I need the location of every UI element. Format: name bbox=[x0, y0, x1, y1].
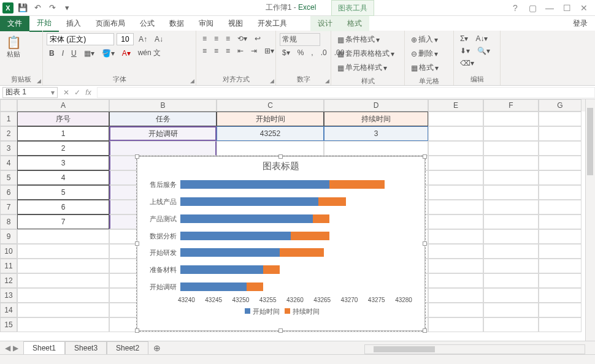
cell-E7[interactable] bbox=[428, 200, 483, 214]
cell-A6[interactable]: 5 bbox=[17, 185, 109, 200]
row-header-7[interactable]: 7 bbox=[0, 200, 17, 214]
underline-button[interactable]: U bbox=[69, 48, 79, 59]
bar-segment-series2[interactable] bbox=[313, 214, 329, 223]
row-header-12[interactable]: 12 bbox=[0, 273, 17, 288]
orientation-icon[interactable]: ⟲▾ bbox=[235, 33, 250, 44]
cell-E12[interactable] bbox=[428, 273, 483, 288]
font-size-combo[interactable] bbox=[117, 33, 134, 45]
cell-E3[interactable] bbox=[428, 141, 483, 156]
sheet-nav-prev[interactable]: ◀ bbox=[5, 344, 10, 352]
sign-in-link[interactable]: 登录 bbox=[573, 18, 595, 29]
bar-segment-series2[interactable] bbox=[247, 282, 263, 291]
row-header-8[interactable]: 8 bbox=[0, 214, 17, 229]
fill-color-button[interactable]: 🪣▾ bbox=[99, 48, 117, 59]
cell-E2[interactable] bbox=[428, 126, 483, 141]
row-header-5[interactable]: 5 bbox=[0, 170, 17, 185]
bar-segment-series2[interactable] bbox=[291, 232, 329, 240]
find-select-icon[interactable]: 🔍▾ bbox=[475, 45, 493, 56]
cell-E11[interactable] bbox=[428, 259, 483, 273]
tab-insert[interactable]: 插入 bbox=[59, 16, 88, 31]
chart-object[interactable]: 图表标题 售后服务 上线产品 产品测试 数据分析 开始研发 准备材料 开 bbox=[137, 156, 425, 331]
cell-B2[interactable]: 开始调研 bbox=[109, 126, 217, 141]
qat-customize[interactable]: ▾ bbox=[61, 2, 72, 13]
col-header-D[interactable]: D bbox=[324, 99, 428, 112]
cell-E4[interactable] bbox=[428, 156, 483, 170]
chart-legend[interactable]: 开始时间 持续时间 bbox=[137, 307, 424, 316]
resize-handle[interactable] bbox=[135, 328, 139, 333]
cell-A9[interactable] bbox=[17, 229, 109, 244]
bold-button[interactable]: B bbox=[47, 48, 57, 59]
close-button[interactable]: ✕ bbox=[578, 3, 590, 13]
cell-D1[interactable]: 持续时间 bbox=[324, 112, 428, 126]
format-cells-button[interactable]: ▦ 格式▾ bbox=[409, 61, 441, 74]
paste-button[interactable]: 📋粘贴 bbox=[4, 33, 23, 60]
sheet-tab-1[interactable]: Sheet1 bbox=[23, 341, 65, 354]
alignment-launcher[interactable]: ◢ bbox=[270, 78, 274, 84]
font-name-combo[interactable] bbox=[47, 33, 114, 45]
cell-G5[interactable] bbox=[539, 170, 582, 185]
row-header-15[interactable]: 15 bbox=[0, 317, 17, 332]
cell-F1[interactable] bbox=[483, 112, 539, 126]
cell-F2[interactable] bbox=[483, 126, 539, 141]
formula-input[interactable] bbox=[97, 87, 595, 98]
col-header-A[interactable]: A bbox=[17, 99, 109, 112]
tab-review[interactable]: 审阅 bbox=[191, 16, 221, 31]
cell-F4[interactable] bbox=[483, 156, 539, 170]
cell-A3[interactable]: 2 bbox=[17, 141, 109, 156]
clipboard-launcher[interactable]: ◢ bbox=[37, 78, 41, 84]
cell-B3[interactable] bbox=[109, 141, 217, 156]
row-header-2[interactable]: 2 bbox=[0, 126, 17, 141]
cell-A2[interactable]: 1 bbox=[17, 126, 109, 141]
sort-filter-icon[interactable]: A↓▾ bbox=[473, 33, 490, 44]
indent-dec-icon[interactable]: ⇤ bbox=[235, 45, 246, 56]
cell-G4[interactable] bbox=[539, 156, 582, 170]
cell-F5[interactable] bbox=[483, 170, 539, 185]
plot-area[interactable]: 售后服务 上线产品 产品测试 数据分析 开始研发 准备材料 开始调研 bbox=[180, 176, 409, 295]
indent-inc-icon[interactable]: ⇥ bbox=[248, 45, 259, 56]
cell-A13[interactable] bbox=[17, 288, 109, 303]
bar-segment-series1[interactable] bbox=[180, 214, 313, 223]
cell-F8[interactable] bbox=[483, 214, 539, 229]
cell-F3[interactable] bbox=[483, 141, 539, 156]
resize-handle[interactable] bbox=[423, 241, 427, 246]
cell-E15[interactable] bbox=[428, 317, 483, 332]
cell-A8[interactable]: 7 bbox=[17, 214, 109, 229]
tab-chart-design[interactable]: 设计 bbox=[310, 16, 340, 31]
cell-A15[interactable] bbox=[17, 317, 109, 332]
cell-E14[interactable] bbox=[428, 303, 483, 317]
bar-segment-series2[interactable] bbox=[329, 180, 385, 189]
sheet-nav-next[interactable]: ▶ bbox=[13, 344, 18, 352]
number-launcher[interactable]: ◢ bbox=[325, 78, 329, 84]
font-launcher[interactable]: ◢ bbox=[190, 78, 194, 84]
autosum-icon[interactable]: Σ▾ bbox=[458, 33, 470, 44]
bar-segment-series2[interactable] bbox=[318, 197, 346, 206]
row-header-4[interactable]: 4 bbox=[0, 156, 17, 170]
row-header-14[interactable]: 14 bbox=[0, 303, 17, 317]
col-header-E[interactable]: E bbox=[428, 99, 483, 112]
col-header-F[interactable]: F bbox=[483, 99, 539, 112]
bar-segment-series2[interactable] bbox=[280, 248, 324, 257]
bar-segment-series1[interactable] bbox=[180, 248, 280, 257]
align-left-icon[interactable]: ≡ bbox=[200, 45, 209, 56]
row-header-10[interactable]: 10 bbox=[0, 244, 17, 259]
cell-F10[interactable] bbox=[483, 244, 539, 259]
cell-B1[interactable]: 任务 bbox=[109, 112, 217, 126]
cell-A5[interactable]: 4 bbox=[17, 170, 109, 185]
merge-button[interactable]: ⊞▾ bbox=[262, 45, 277, 56]
cell-G12[interactable] bbox=[539, 273, 582, 288]
sheet-tab-3[interactable]: Sheet2 bbox=[107, 341, 148, 354]
decrease-font-icon[interactable]: A↓ bbox=[152, 34, 166, 45]
new-sheet-button[interactable]: ⊕ bbox=[148, 343, 166, 353]
cell-A4[interactable]: 3 bbox=[17, 156, 109, 170]
cell-D3[interactable] bbox=[324, 141, 428, 156]
cell-A10[interactable] bbox=[17, 244, 109, 259]
resize-handle[interactable] bbox=[278, 154, 283, 159]
cell-G1[interactable] bbox=[539, 112, 582, 126]
row-header-13[interactable]: 13 bbox=[0, 288, 17, 303]
bar-segment-series2[interactable] bbox=[263, 265, 280, 274]
cancel-formula-icon[interactable]: ✕ bbox=[61, 88, 71, 97]
col-header-C[interactable]: C bbox=[217, 99, 324, 112]
qat-redo[interactable]: ↷ bbox=[47, 2, 58, 13]
currency-icon[interactable]: $▾ bbox=[280, 47, 293, 58]
cell-G2[interactable] bbox=[539, 126, 582, 141]
